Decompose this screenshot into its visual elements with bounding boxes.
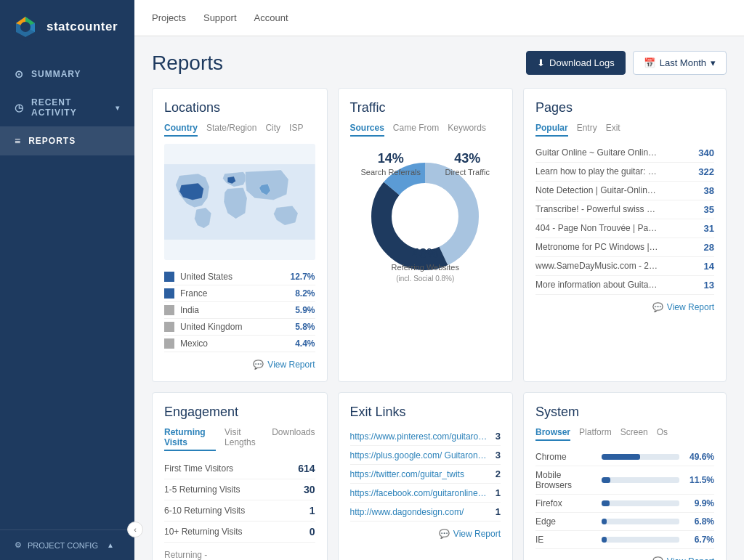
browser-name-4: IE — [535, 535, 597, 545]
list-item: Note Detection | Guitar-Online (https:..… — [535, 182, 714, 200]
nav-support[interactable]: Support — [203, 12, 237, 23]
tab-screen[interactable]: Screen — [620, 427, 648, 441]
exitlinks-title: Exit Links — [350, 405, 501, 420]
view-report-icon: 💬 — [652, 556, 663, 560]
list-item: First Time Visitors 614 — [164, 458, 315, 479]
tab-popular[interactable]: Popular — [535, 123, 568, 137]
engagement-tabs: Returning Visits Visit Lengths Downloads — [164, 427, 315, 451]
world-map — [164, 144, 315, 260]
page-name-1: Learn how to play the guitar: tutorial..… — [535, 166, 659, 177]
tab-platform[interactable]: Platform — [579, 427, 612, 441]
summary-icon: ⊙ — [15, 68, 24, 80]
tab-came-from[interactable]: Came From — [393, 123, 439, 137]
list-item: https://facebook.com/guitaronline.com 1 — [350, 484, 501, 503]
traffic-donut-chart: 14% Search Referrals 43% Direct Traffic — [350, 144, 501, 289]
browser-bar-fill-2 — [602, 500, 610, 506]
browser-pct-0: 49.6% — [684, 452, 714, 462]
tab-entry[interactable]: Entry — [577, 123, 597, 137]
page-name-6: www.SameDayMusic.com - 240,000+ it... — [535, 261, 659, 272]
project-config[interactable]: ⚙ PROJECT CONFIG ▲ — [0, 529, 134, 560]
main-content: Projects Support Account Reports ⬇ Downl… — [134, 0, 744, 560]
page-count-1: 322 — [692, 166, 714, 177]
page-name-3: Transcribe! - Powerful swiss knife for .… — [535, 204, 659, 215]
exitlink-count-4: 1 — [489, 506, 501, 517]
search-referrals-label: 14% Search Referrals — [361, 151, 421, 177]
exitlink-count-2: 2 — [489, 468, 501, 479]
list-item: 1-5 Returning Visits 30 — [164, 479, 315, 500]
tab-city[interactable]: City — [265, 123, 280, 137]
exitlink-url-2: https://twitter.com/guitar_twits — [350, 469, 488, 479]
traffic-card: Traffic Sources Came From Keywords 14% S… — [338, 88, 514, 382]
nav-account[interactable]: Account — [254, 12, 288, 23]
tab-keywords[interactable]: Keywords — [448, 123, 486, 137]
browser-pct-4: 6.7% — [684, 535, 714, 545]
browser-bar-bg-4 — [602, 537, 679, 543]
locations-title: Locations — [164, 100, 315, 115]
top-navigation: Projects Support Account — [134, 0, 744, 36]
system-tabs: Browser Platform Screen Os — [535, 427, 714, 441]
sidebar-item-recent-activity[interactable]: ◷ RECENT ACTIVITY ▾ — [0, 89, 134, 126]
page-name-0: Guitar Online ~ Guitare Online ~ Guit... — [535, 147, 659, 158]
period-selector-button[interactable]: 📅 Last Month ▾ — [633, 51, 727, 75]
tab-isp[interactable]: ISP — [289, 123, 303, 137]
tab-os[interactable]: Os — [657, 427, 668, 441]
tab-exit[interactable]: Exit — [606, 123, 620, 137]
exitlinks-view-report[interactable]: 💬 View Report — [350, 529, 501, 539]
list-item: India 5.9% — [164, 302, 315, 319]
country-name-uk: United Kingdom — [180, 322, 295, 332]
tab-downloads[interactable]: Downloads — [272, 427, 315, 451]
tab-country[interactable]: Country — [164, 123, 198, 137]
browser-bar-fill-4 — [602, 537, 607, 543]
tab-sources[interactable]: Sources — [350, 123, 384, 137]
pages-view-report-label: View Report — [667, 302, 714, 312]
chevron-up-icon: ▲ — [107, 541, 114, 549]
locations-view-report[interactable]: 💬 View Report — [164, 360, 315, 370]
list-item: 10+ Returning Visits 0 — [164, 522, 315, 543]
system-view-report[interactable]: 💬 View Report — [535, 556, 714, 560]
country-flag-us — [164, 272, 174, 282]
browser-name-3: Edge — [535, 516, 597, 527]
pages-title: Pages — [535, 100, 714, 115]
traffic-title: Traffic — [350, 100, 501, 115]
sidebar-logo-text: statcounter — [46, 20, 118, 34]
download-logs-button[interactable]: ⬇ Download Logs — [526, 51, 626, 75]
tab-visit-lengths[interactable]: Visit Lengths — [225, 427, 263, 451]
system-view-report-label: View Report — [667, 556, 714, 560]
list-item: Mexico 4.4% — [164, 336, 315, 352]
list-item: http://www.dagondesign.com/ 1 — [350, 503, 501, 522]
tab-browser[interactable]: Browser — [535, 427, 570, 441]
view-report-icon: 💬 — [439, 529, 450, 539]
sidebar-item-reports[interactable]: ≡ REPORTS — [0, 126, 134, 155]
browser-pct-3: 6.8% — [684, 516, 714, 527]
calendar-icon: 📅 — [644, 57, 655, 68]
download-icon: ⬇ — [537, 57, 545, 68]
country-list: United States 12.7% France 8.2% India 5.… — [164, 269, 315, 352]
sidebar-item-label-summary: SUMMARY — [31, 69, 81, 79]
list-item: France 8.2% — [164, 285, 315, 302]
country-flag-in — [164, 305, 174, 315]
tab-state-region[interactable]: State/Region — [206, 123, 256, 137]
browser-bar-fill-0 — [602, 454, 640, 460]
pages-view-report[interactable]: 💬 View Report — [535, 302, 714, 312]
page-count-2: 38 — [692, 185, 714, 196]
pages-card: Pages Popular Entry Exit Guitar Online ~… — [523, 88, 727, 382]
browser-name-1: Mobile Browsers — [535, 470, 597, 490]
tab-returning-visits[interactable]: Returning Visits — [164, 427, 216, 451]
sidebar-item-summary[interactable]: ⊙ SUMMARY — [0, 60, 134, 89]
list-item: Metronome for PC Windows | Other ... 28 — [535, 238, 714, 257]
exitlink-count-3: 1 — [489, 487, 501, 498]
reports-header: Reports ⬇ Download Logs 📅 Last Month ▾ — [152, 51, 727, 75]
statcounter-logo-icon — [12, 13, 39, 41]
nav-projects[interactable]: Projects — [152, 12, 186, 23]
sidebar-navigation: ⊙ SUMMARY ◷ RECENT ACTIVITY ▾ ≡ REPORTS — [0, 54, 134, 298]
browser-bar-bg-1 — [602, 477, 679, 483]
sidebar-item-label-recent-activity: RECENT ACTIVITY — [31, 97, 105, 118]
exitlink-count-1: 3 — [489, 450, 501, 460]
returning-sublabel: Returning - — [164, 550, 315, 560]
sidebar-collapse-button[interactable]: ‹ — [127, 522, 143, 537]
system-list: Chrome 49.6% Mobile Browsers 11.5% — [535, 448, 714, 549]
locations-view-report-label: View Report — [267, 360, 315, 370]
list-item: https://plus.google.com/ GuitaronlineC..… — [350, 446, 501, 465]
pages-tabs: Popular Entry Exit — [535, 123, 714, 137]
page-count-3: 35 — [692, 204, 714, 215]
